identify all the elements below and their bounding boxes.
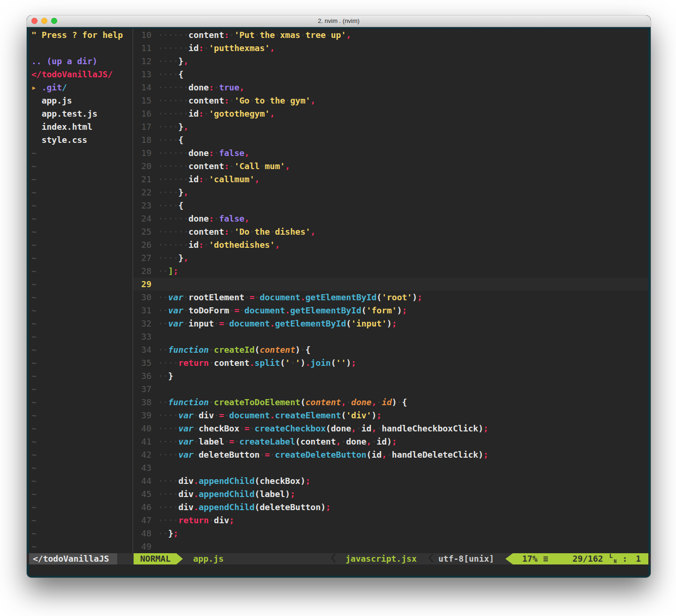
tree-item-app-js[interactable]: app.js — [29, 94, 133, 107]
empty-line-tilde: ~ — [29, 540, 133, 553]
code-line[interactable]: 18····{ — [133, 134, 648, 147]
code-text — [158, 278, 648, 291]
code-text: ······id:·'gotothegym', — [158, 107, 648, 120]
line-number: 42 — [133, 448, 158, 461]
code-line[interactable]: 23····{ — [133, 199, 648, 212]
tree-item-git-dir[interactable]: ▸ .git/ — [29, 81, 133, 94]
code-line[interactable]: 38··function·createToDoElement(content,·… — [133, 396, 648, 409]
code-text: ····}, — [158, 252, 648, 265]
code-text: ··var·rootElement·=·document.getElementB… — [158, 291, 648, 304]
code-line[interactable]: 48··}; — [133, 527, 648, 540]
code-text: ····var·div·=·document.createElement('di… — [158, 409, 648, 422]
code-line[interactable]: 44····div.appendChild(checkBox); — [133, 475, 648, 488]
terminal-content: " Press ? for help.. (up a dir)</todoVan… — [29, 29, 648, 553]
code-line[interactable]: 43 — [133, 461, 648, 475]
code-line[interactable]: 45····div.appendChild(label); — [133, 488, 648, 501]
tree-item-index-html[interactable]: index.html — [29, 120, 133, 134]
line-number: 45 — [133, 488, 158, 501]
chevron-left-icon — [428, 553, 434, 564]
tree-row[interactable]: .. (up a dir) — [29, 55, 133, 68]
status-bar: </todoVanillaJS NORMAL app.js javascript… — [27, 553, 651, 564]
line-number: 10 — [133, 29, 158, 42]
cursor-column: 1 — [636, 553, 641, 564]
line-number: 22 — [133, 186, 158, 199]
line-number: 27 — [133, 252, 158, 265]
code-text — [158, 383, 648, 396]
code-line[interactable]: 27····}, — [133, 252, 648, 265]
empty-line-tilde: ~ — [29, 475, 133, 488]
code-line[interactable]: 39····var·div·=·document.createElement('… — [133, 409, 648, 422]
tree-item-style-css[interactable]: style.css — [29, 134, 133, 147]
code-line[interactable]: 20······content:·'Call·mum', — [133, 160, 648, 173]
code-text: ····return·content.split('·').join(''); — [158, 356, 648, 370]
empty-line-tilde: ~ — [29, 199, 133, 212]
code-line[interactable]: 21······id:·'callmum', — [133, 173, 648, 186]
empty-line-tilde: ~ — [29, 212, 133, 225]
empty-line-tilde: ~ — [29, 461, 133, 475]
code-line[interactable]: 10······content:·'Put·the·xmas·tree·up', — [133, 29, 648, 42]
nerdtree-status-fill — [117, 553, 134, 564]
line-number: 29 — [133, 278, 158, 291]
empty-line-tilde: ~ — [29, 304, 133, 317]
code-line[interactable]: 11······id:·'putthexmas', — [133, 42, 648, 55]
code-text: ······done:·false, — [158, 212, 648, 225]
line-number: 35 — [133, 356, 158, 370]
empty-line-tilde: ~ — [29, 501, 133, 514]
code-text — [158, 540, 648, 553]
code-line[interactable]: 26······id:·'dothedishes', — [133, 238, 648, 252]
code-line[interactable]: 42····var·deleteButton·=·createDeleteBut… — [133, 448, 648, 461]
command-line[interactable] — [29, 564, 648, 576]
title-bar[interactable]: 2. nvim . (nvim) — [27, 15, 651, 27]
code-line[interactable]: 12····}, — [133, 55, 648, 68]
code-line[interactable]: 15······content:·'Go·to·the·gym', — [133, 94, 648, 107]
code-text: ······content:·'Put·the·xmas·tree·up', — [158, 29, 648, 42]
code-line[interactable]: 36··} — [133, 370, 648, 383]
nerdtree-sidebar[interactable]: " Press ? for help.. (up a dir)</todoVan… — [29, 29, 133, 553]
code-line[interactable]: 35····return·content.split('·').join('')… — [133, 356, 648, 370]
code-line[interactable]: 17····}, — [133, 120, 648, 134]
code-text — [158, 330, 648, 343]
line-number: 15 — [133, 94, 158, 107]
mode-indicator: NORMAL — [134, 553, 183, 564]
terminal-window: 2. nvim . (nvim) " Press ? for help.. (u… — [27, 15, 651, 578]
tree-item-app-test-js[interactable]: app.test.js — [29, 107, 133, 120]
line-number: 46 — [133, 501, 158, 514]
code-text — [158, 461, 648, 475]
code-line[interactable]: 32··var·input·=·document.getElementById(… — [133, 317, 648, 330]
code-line[interactable]: 14······done:·true, — [133, 81, 648, 94]
code-text: ····{ — [158, 68, 648, 81]
code-line[interactable]: 49 — [133, 540, 648, 553]
line-number: 37 — [133, 383, 158, 396]
code-line[interactable]: 47····return·div; — [133, 514, 648, 527]
code-line[interactable]: 16······id:·'gotothegym', — [133, 107, 648, 120]
code-line[interactable]: 31··var·toDoForm·=·document.getElementBy… — [133, 304, 648, 317]
code-line[interactable]: 25······content:·'Do·the·dishes', — [133, 225, 648, 238]
code-text: ··function·createId(content)·{ — [158, 343, 648, 356]
line-number: 14 — [133, 81, 158, 94]
tree-row — [29, 42, 133, 55]
code-line[interactable]: 37 — [133, 383, 648, 396]
code-line[interactable]: 40····var·checkBox·=·createCheckbox(done… — [133, 422, 648, 435]
code-line[interactable]: 30··var·rootElement·=·document.getElemen… — [133, 291, 648, 304]
line-number: 32 — [133, 317, 158, 330]
code-line[interactable]: 28··]; — [133, 265, 648, 278]
code-line[interactable]: 41····var·label·=·createLabel(content,·d… — [133, 435, 648, 448]
empty-line-tilde: ~ — [29, 370, 133, 383]
code-line[interactable]: 34··function·createId(content)·{ — [133, 343, 648, 356]
tree-row: " Press ? for help — [29, 29, 133, 42]
line-number: 41 — [133, 435, 158, 448]
empty-line-tilde: ~ — [29, 409, 133, 422]
empty-line-tilde: ~ — [29, 147, 133, 160]
code-line[interactable]: 46····div.appendChild(deleteButton); — [133, 501, 648, 514]
code-line[interactable]: 29 — [133, 278, 648, 291]
tree-row[interactable]: </todoVanillaJS/ — [29, 68, 133, 81]
code-line[interactable]: 33 — [133, 330, 648, 343]
code-line[interactable]: 24······done:·false, — [133, 212, 648, 225]
code-line[interactable]: 13····{ — [133, 68, 648, 81]
code-line[interactable]: 19······done:·false, — [133, 147, 648, 160]
code-text: ··var·input·=·document.getElementById('i… — [158, 317, 648, 330]
code-line[interactable]: 22····}, — [133, 186, 648, 199]
editor-buffer[interactable]: 10······content:·'Put·the·xmas·tree·up',… — [133, 29, 648, 553]
line-number: 25 — [133, 225, 158, 238]
code-text: ··]; — [158, 265, 648, 278]
